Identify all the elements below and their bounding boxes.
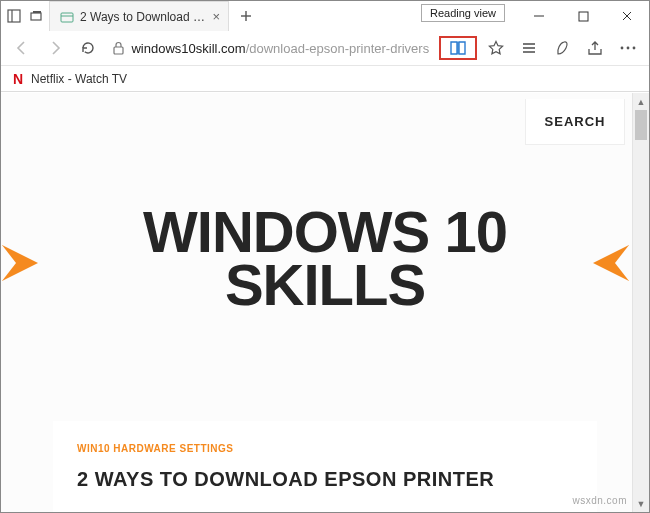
more-button[interactable] (614, 33, 643, 63)
url-text: windows10skill.com/download-epson-printe… (131, 41, 429, 56)
notes-button[interactable] (547, 33, 576, 63)
tab-close-icon[interactable]: × (212, 9, 220, 24)
favorites-bar: N Netflix - Watch TV (1, 65, 649, 92)
svg-rect-4 (61, 13, 73, 22)
tab-title: 2 Ways to Download Ep (80, 10, 206, 24)
page-content: SEARCH WINDOWS 10 SKILLS WIN10 HARDWARE … (1, 93, 649, 512)
search-button[interactable]: SEARCH (525, 99, 625, 145)
back-button[interactable] (7, 33, 36, 63)
title-spacer: Reading view (263, 1, 517, 31)
favorite-button[interactable] (481, 33, 510, 63)
scroll-thumb[interactable] (635, 110, 647, 140)
reading-view-highlight (439, 36, 477, 60)
lock-icon (112, 41, 125, 55)
reading-view-tooltip: Reading view (421, 4, 505, 22)
watermark: wsxdn.com (572, 495, 627, 506)
scroll-down-icon[interactable]: ▼ (633, 495, 649, 512)
article-title[interactable]: 2 WAYS TO DOWNLOAD EPSON PRINTER (77, 468, 573, 491)
svg-rect-3 (33, 11, 41, 13)
site-logo: WINDOWS 10 SKILLS (1, 205, 649, 312)
svg-point-19 (633, 47, 636, 50)
browser-tab[interactable]: 2 Ways to Download Ep × (49, 1, 229, 31)
address-bar[interactable]: windows10skill.com/download-epson-printe… (106, 35, 435, 61)
url-path: /download-epson-printer-drivers (246, 41, 430, 56)
tab-favicon-icon (60, 10, 74, 24)
forward-button[interactable] (40, 33, 69, 63)
svg-point-18 (627, 47, 630, 50)
reading-view-button[interactable] (443, 33, 473, 63)
url-domain: windows10skill.com (131, 41, 245, 56)
titlebar: 2 Ways to Download Ep × Reading view (1, 1, 649, 31)
tab-preview-icon[interactable] (27, 7, 45, 25)
article-category[interactable]: WIN10 HARDWARE SETTINGS (77, 443, 573, 454)
svg-rect-9 (579, 12, 588, 21)
window-controls (517, 1, 649, 31)
logo-line-2: SKILLS (1, 258, 649, 311)
page-viewport: SEARCH WINDOWS 10 SKILLS WIN10 HARDWARE … (1, 93, 649, 512)
close-window-button[interactable] (605, 1, 649, 31)
refresh-button[interactable] (73, 33, 102, 63)
minimize-button[interactable] (517, 1, 561, 31)
netflix-icon: N (11, 71, 25, 87)
toolbar: windows10skill.com/download-epson-printe… (1, 31, 649, 65)
article-card: WIN10 HARDWARE SETTINGS 2 WAYS TO DOWNLO… (53, 421, 597, 512)
logo-line-1: WINDOWS 10 (1, 205, 649, 258)
svg-point-17 (621, 47, 624, 50)
vertical-scrollbar[interactable]: ▲ ▼ (632, 93, 649, 512)
share-button[interactable] (581, 33, 610, 63)
hub-button[interactable] (514, 33, 543, 63)
scroll-up-icon[interactable]: ▲ (633, 93, 649, 110)
new-tab-button[interactable] (229, 1, 263, 31)
maximize-button[interactable] (561, 1, 605, 31)
svg-rect-0 (8, 10, 20, 22)
sidebar-toggle-icon[interactable] (5, 7, 23, 25)
title-icons (1, 1, 49, 31)
svg-rect-12 (114, 47, 123, 54)
svg-rect-2 (31, 13, 41, 20)
favorites-item-netflix[interactable]: Netflix - Watch TV (31, 72, 127, 86)
